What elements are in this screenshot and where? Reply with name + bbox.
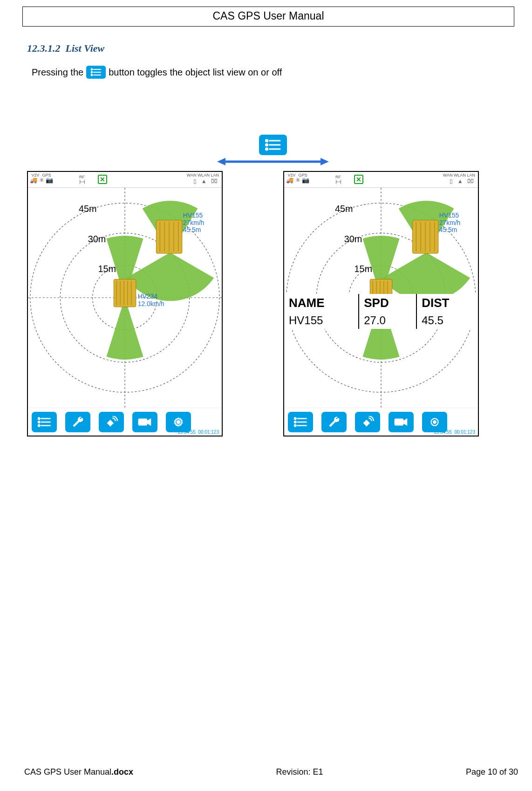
- svg-point-79: [433, 420, 437, 423]
- svg-rect-43: [138, 419, 147, 425]
- list-row[interactable]: HV155 27.0 45.5: [284, 312, 478, 329]
- section-heading: 12.3.1.2 List View: [27, 42, 519, 55]
- list-icon: [86, 66, 106, 79]
- svg-text:27km/h: 27km/h: [439, 219, 460, 226]
- wrench-button[interactable]: [65, 412, 90, 432]
- timestamp: 15:34:55 00:01:123: [434, 430, 475, 435]
- satellite-button[interactable]: [355, 412, 380, 432]
- svg-text:30m: 30m: [344, 234, 362, 244]
- list-button[interactable]: [288, 412, 313, 432]
- svg-point-2: [91, 72, 93, 73]
- svg-point-41: [38, 424, 40, 426]
- rf-indicator: RF: [79, 175, 85, 184]
- svg-rect-20: [114, 279, 136, 307]
- toggle-diagram: [27, 135, 519, 166]
- camera-button[interactable]: [132, 412, 157, 432]
- list-icon-large: [259, 135, 287, 155]
- ring-15: 15m: [98, 264, 116, 274]
- svg-marker-13: [217, 158, 225, 165]
- svg-point-37: [38, 417, 40, 419]
- section-number: 12.3.1.2: [27, 42, 61, 54]
- svg-text:12.0km/h: 12.0km/h: [138, 300, 164, 307]
- network-icons: ▯ ▲ ⌧: [443, 178, 475, 184]
- svg-rect-77: [395, 419, 403, 425]
- footer-filename: CAS GPS User Manual.docx: [24, 767, 133, 777]
- svg-text:HV155: HV155: [183, 211, 203, 219]
- intro-text: Pressing the button toggles the object l…: [32, 66, 519, 79]
- svg-point-4: [91, 75, 93, 76]
- wrench-button[interactable]: [321, 412, 347, 432]
- status-bar: V2VGPS 🚚 ✳ 📷 RF ✕ WAN WLAN LAN ▯ ▲ ⌧: [284, 172, 478, 188]
- page-footer: CAS GPS User Manual.docx Revision: E1 Pa…: [24, 767, 518, 777]
- screenshot-radar-only: V2VGPS 🚚 ✳ 📷 RF ✕ WAN WLAN LAN ▯ ▲ ⌧: [27, 171, 223, 436]
- camera-button[interactable]: [389, 412, 414, 432]
- svg-point-73: [294, 421, 296, 423]
- svg-point-39: [38, 421, 40, 423]
- svg-text:15m: 15m: [355, 264, 373, 274]
- v2v-gps-icons: 🚚 ✳ 📷: [30, 178, 53, 183]
- radar-view: 45m 30m 15m HV155 27km/h 45.5m HV234 12.…: [28, 188, 222, 408]
- close-icon[interactable]: ✕: [354, 175, 363, 184]
- network-icons: ▯ ▲ ⌧: [187, 178, 219, 184]
- ring-45: 45m: [79, 204, 97, 214]
- screenshot-radar-with-list: V2VGPS 🚚 ✳ 📷 RF ✕ WAN WLAN LAN ▯ ▲ ⌧: [283, 171, 479, 436]
- svg-point-0: [91, 69, 93, 70]
- svg-point-10: [266, 148, 267, 150]
- status-bar: V2VGPS 🚚 ✳ 📷 RF ✕ WAN WLAN LAN ▯ ▲ ⌧: [28, 172, 222, 188]
- satellite-button[interactable]: [99, 412, 124, 432]
- svg-marker-14: [321, 158, 329, 165]
- svg-point-8: [266, 144, 267, 146]
- rf-indicator: RF: [335, 175, 341, 184]
- svg-point-75: [294, 424, 296, 426]
- svg-text:45m: 45m: [335, 204, 353, 214]
- svg-text:HV155: HV155: [439, 211, 459, 219]
- svg-point-6: [266, 140, 267, 142]
- double-arrow-icon: [217, 157, 329, 166]
- svg-text:27km/h: 27km/h: [183, 219, 204, 226]
- close-icon[interactable]: ✕: [98, 175, 107, 184]
- footer-revision: Revision: E1: [276, 767, 323, 777]
- ring-30: 30m: [88, 234, 106, 244]
- page-header: CAS GPS User Manual: [22, 7, 514, 27]
- section-title: List View: [66, 42, 105, 54]
- list-header-row: NAME SPD DIST: [284, 294, 478, 312]
- object-list-view: NAME SPD DIST HV155 27.0 45.5: [284, 294, 478, 329]
- svg-point-71: [294, 417, 296, 419]
- svg-text:45.5m: 45.5m: [183, 226, 201, 233]
- v2v-gps-icons: 🚚 ✳ 📷: [286, 178, 309, 183]
- settings-button[interactable]: [166, 412, 191, 432]
- settings-button[interactable]: [422, 412, 447, 432]
- svg-text:45.5m: 45.5m: [439, 226, 457, 233]
- footer-page: Page 10 of 30: [466, 767, 518, 777]
- list-button[interactable]: [32, 412, 57, 432]
- timestamp: 15:34:55 00:01:123: [177, 430, 219, 435]
- svg-text:HV234: HV234: [138, 293, 158, 300]
